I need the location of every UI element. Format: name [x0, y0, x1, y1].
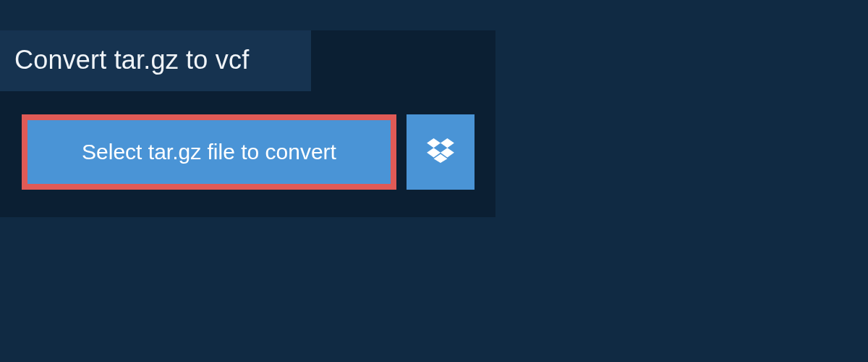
page-title: Convert tar.gz to vcf — [14, 45, 249, 75]
dropbox-button[interactable] — [407, 114, 475, 190]
title-tab: Convert tar.gz to vcf — [0, 30, 311, 91]
select-file-button-label: Select tar.gz file to convert — [82, 140, 336, 164]
button-row: Select tar.gz file to convert — [0, 91, 495, 217]
converter-panel: Convert tar.gz to vcf Select tar.gz file… — [0, 30, 495, 217]
select-file-button[interactable]: Select tar.gz file to convert — [22, 114, 396, 190]
dropbox-icon — [427, 138, 454, 166]
